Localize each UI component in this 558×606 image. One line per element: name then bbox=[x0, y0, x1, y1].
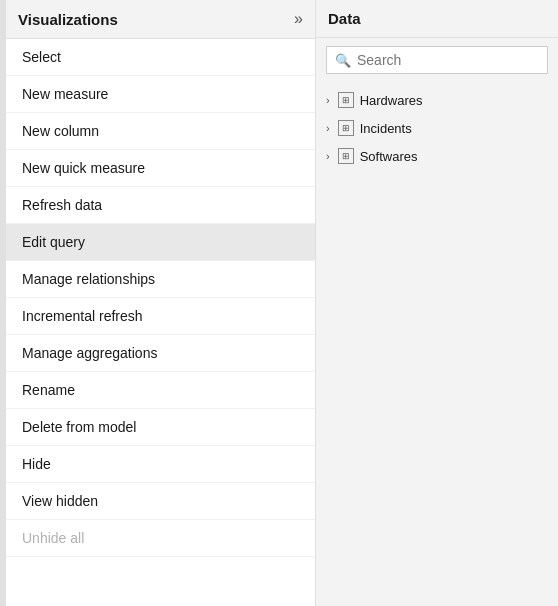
menu-item-new-quick-measure[interactable]: New quick measure bbox=[6, 150, 315, 187]
right-panel-header: Data bbox=[316, 0, 558, 38]
chevron-right-icon: › bbox=[326, 150, 330, 162]
search-box: 🔍 bbox=[326, 46, 548, 74]
menu-item-refresh-data[interactable]: Refresh data bbox=[6, 187, 315, 224]
menu-item-select[interactable]: Select bbox=[6, 39, 315, 76]
menu-item-hide[interactable]: Hide bbox=[6, 446, 315, 483]
data-list: ›⊞Hardwares›⊞Incidents›⊞Softwares bbox=[316, 82, 558, 174]
menu-item-new-column[interactable]: New column bbox=[6, 113, 315, 150]
left-panel: Visualizations » SelectNew measureNew co… bbox=[6, 0, 316, 606]
data-item-incidents[interactable]: ›⊞Incidents bbox=[316, 114, 558, 142]
panel-header: Visualizations » bbox=[6, 0, 315, 39]
search-input[interactable] bbox=[357, 52, 539, 68]
right-panel-title: Data bbox=[328, 10, 361, 27]
data-item-hardwares[interactable]: ›⊞Hardwares bbox=[316, 86, 558, 114]
data-item-label: Incidents bbox=[360, 121, 412, 136]
menu-item-rename[interactable]: Rename bbox=[6, 372, 315, 409]
menu-item-view-hidden[interactable]: View hidden bbox=[6, 483, 315, 520]
menu-item-incremental-refresh[interactable]: Incremental refresh bbox=[6, 298, 315, 335]
table-icon: ⊞ bbox=[338, 148, 354, 164]
panel-title: Visualizations bbox=[18, 11, 118, 28]
menu-item-manage-relationships[interactable]: Manage relationships bbox=[6, 261, 315, 298]
right-panel: Data 🔍 ›⊞Hardwares›⊞Incidents›⊞Softwares bbox=[316, 0, 558, 606]
chevron-right-icon: › bbox=[326, 94, 330, 106]
menu-list: SelectNew measureNew columnNew quick mea… bbox=[6, 39, 315, 606]
data-item-label: Softwares bbox=[360, 149, 418, 164]
expand-icon[interactable]: » bbox=[294, 10, 303, 28]
menu-item-unhide-all: Unhide all bbox=[6, 520, 315, 557]
search-icon: 🔍 bbox=[335, 53, 351, 68]
data-item-softwares[interactable]: ›⊞Softwares bbox=[316, 142, 558, 170]
data-item-label: Hardwares bbox=[360, 93, 423, 108]
table-icon: ⊞ bbox=[338, 120, 354, 136]
menu-item-edit-query[interactable]: Edit query bbox=[6, 224, 315, 261]
menu-item-delete-from-model[interactable]: Delete from model bbox=[6, 409, 315, 446]
chevron-right-icon: › bbox=[326, 122, 330, 134]
table-icon: ⊞ bbox=[338, 92, 354, 108]
menu-item-new-measure[interactable]: New measure bbox=[6, 76, 315, 113]
menu-item-manage-aggregations[interactable]: Manage aggregations bbox=[6, 335, 315, 372]
